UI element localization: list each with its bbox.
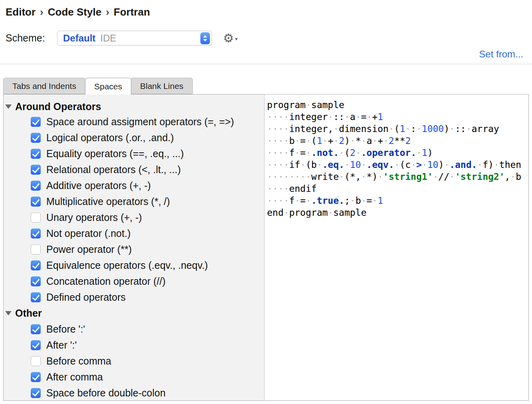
option-row[interactable]: Before ':' [4, 321, 264, 337]
checkbox-checked[interactable] [31, 260, 41, 270]
collapse-triangle-icon[interactable] [5, 104, 12, 109]
code-line: ····f·=·.not.·(2·.operator.·1) [267, 147, 528, 159]
checkbox-checked[interactable] [31, 229, 41, 238]
option-label: Space before double-colon [46, 387, 166, 399]
tab-spaces[interactable]: Spaces [85, 78, 131, 95]
checkbox-checked[interactable] [31, 165, 41, 175]
option-label: Before ':' [46, 323, 85, 335]
option-label: Equality operators (==, .eq., ...) [46, 148, 184, 160]
option-row[interactable]: Not operator (.not.) [4, 225, 264, 241]
tab-strip: Tabs and Indents Spaces Blank Lines [3, 78, 192, 95]
option-row[interactable]: Logical operators (.or., .and.) [4, 130, 264, 146]
option-row[interactable]: After comma [4, 369, 264, 385]
option-row[interactable]: Concatenation operator (//) [4, 273, 264, 289]
breadcrumb-fortran: Fortran [114, 6, 150, 18]
scheme-label: Scheme: [6, 32, 57, 44]
option-label: Multiplicative operators (*, /) [46, 196, 170, 207]
code-line: ········write·(*,·*)·'string1'·//·'strin… [267, 171, 528, 183]
code-line: program·sample [267, 99, 528, 111]
code-line: end·program·sample [267, 207, 528, 219]
set-from-link[interactable]: Set from... [479, 49, 523, 60]
chevron-up-icon [203, 35, 207, 37]
option-label: Equivalence operators (.eqv., .neqv.) [46, 260, 208, 271]
checkbox-checked[interactable] [31, 388, 41, 398]
section-header: Around Operators [4, 99, 264, 114]
option-label: Additive operators (+, -) [46, 180, 151, 191]
breadcrumb-separator: › [106, 6, 109, 18]
checkbox-checked[interactable] [31, 181, 41, 191]
breadcrumb-editor[interactable]: Editor [6, 6, 36, 18]
option-label: Not operator (.not.) [46, 228, 131, 239]
option-label: Logical operators (.or., .and.) [46, 132, 174, 144]
option-label: After ':' [46, 339, 77, 351]
checkbox-checked[interactable] [31, 340, 41, 350]
scheme-select[interactable]: Default IDE [57, 31, 212, 45]
option-row[interactable]: Equivalence operators (.eqv., .neqv.) [4, 257, 264, 273]
option-row[interactable]: Before comma [4, 353, 264, 369]
tab-tabs-and-indents[interactable]: Tabs and Indents [3, 78, 85, 94]
stepper-icon[interactable] [200, 32, 210, 44]
option-label: Concatenation operator (//) [46, 276, 166, 287]
checkbox-checked[interactable] [31, 276, 41, 286]
settings-page: Editor›Code Style›Fortran Scheme: Defaul… [0, 0, 532, 404]
checkbox-unchecked[interactable] [31, 244, 41, 254]
breadcrumb-code-style[interactable]: Code Style [48, 6, 101, 18]
code-line: ····f·=·.true.;·b·=·1 [267, 195, 528, 207]
option-label: Power operator (**) [46, 244, 132, 255]
chevron-down-icon [203, 39, 207, 41]
code-line: ····integer·::·a·=·+1 [267, 111, 528, 123]
option-row[interactable]: Space around assigment operators (=, =>) [4, 114, 264, 130]
checkbox-checked[interactable] [31, 149, 41, 159]
checkbox-unchecked[interactable] [31, 356, 41, 366]
code-line: ····b·=·(1·+·2)·*·a·+·2**2 [267, 135, 528, 147]
code-line: ····if·(b·.eq.·10·.eqv.·(c·>·10)·.and.·f… [267, 159, 528, 171]
option-label: Space around assigment operators (=, =>) [46, 116, 234, 128]
option-row[interactable]: After ':' [4, 337, 264, 353]
collapse-triangle-icon[interactable] [5, 311, 12, 315]
option-row[interactable]: Defined operators [4, 289, 264, 305]
checkbox-checked[interactable] [31, 197, 41, 207]
options-panel: Around OperatorsSpace around assigment o… [4, 95, 264, 400]
scheme-value-suffix: IDE [100, 33, 116, 44]
section-title: Around Operators [15, 101, 101, 112]
option-row[interactable]: Additive operators (+, -) [4, 177, 264, 193]
code-line: ····endif [267, 183, 528, 195]
code-preview: program·sample····integer·::·a·=·+1····i… [264, 95, 528, 400]
content-area: Around OperatorsSpace around assigment o… [3, 94, 529, 401]
section-title: Other [15, 307, 42, 319]
breadcrumb: Editor›Code Style›Fortran [6, 6, 150, 18]
scheme-selected-value: Default [63, 33, 95, 44]
section-header: Other [4, 305, 264, 321]
gear-icon: ⚙ [223, 32, 234, 44]
option-label: Relational operators (<, .lt., ...) [46, 164, 181, 175]
checkbox-unchecked[interactable] [31, 213, 41, 223]
checkbox-checked[interactable] [31, 324, 41, 334]
option-row[interactable]: Equality operators (==, .eq., ...) [4, 146, 264, 162]
option-label: Before comma [46, 355, 111, 367]
option-row[interactable]: Relational operators (<, .lt., ...) [4, 162, 264, 177]
option-label: Unary operators (+, -) [46, 212, 142, 223]
checkbox-checked[interactable] [31, 117, 41, 127]
caret-down-icon: ▾ [235, 36, 238, 42]
header-divider [0, 64, 532, 64]
option-row[interactable]: Power operator (**) [4, 241, 264, 257]
option-label: After comma [46, 371, 103, 383]
code-line: ····integer,·dimension·(1·:·1000)·::·arr… [267, 123, 528, 135]
option-row[interactable]: Unary operators (+, -) [4, 209, 264, 225]
checkbox-checked[interactable] [31, 372, 41, 382]
option-row[interactable]: Space before double-colon [4, 385, 264, 400]
checkbox-checked[interactable] [31, 292, 41, 302]
scheme-row: Scheme: Default IDE ⚙ ▾ [6, 31, 237, 45]
checkbox-checked[interactable] [31, 133, 41, 143]
breadcrumb-separator: › [40, 6, 44, 18]
scheme-actions-button[interactable]: ⚙ ▾ [223, 32, 237, 44]
tab-blank-lines[interactable]: Blank Lines [131, 78, 193, 94]
option-label: Defined operators [46, 292, 126, 303]
option-row[interactable]: Multiplicative operators (*, /) [4, 193, 264, 209]
